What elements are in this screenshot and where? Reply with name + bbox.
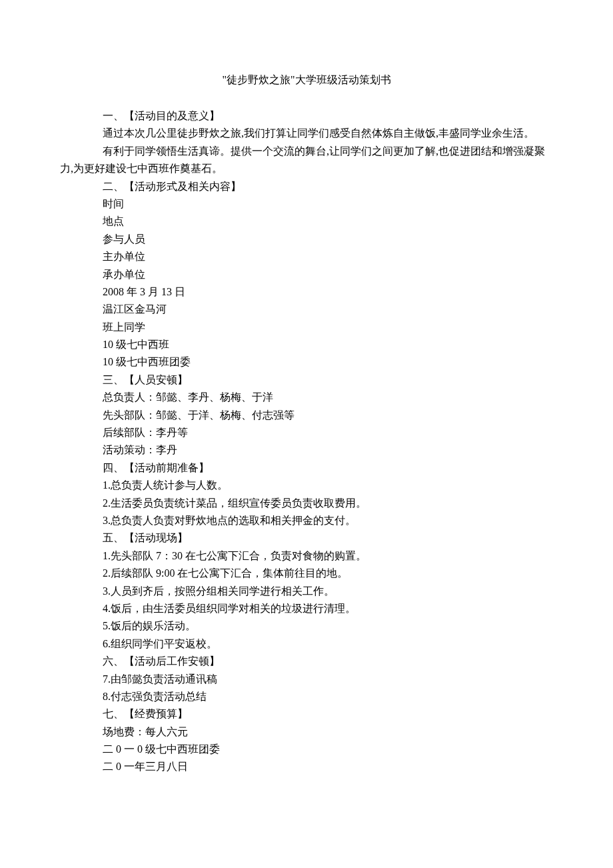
- list-item: 3.总负责人负责对野炊地点的选取和相关押金的支付。: [103, 512, 553, 529]
- section-postwork: 六、【活动后工作安顿】 7.由邹懿负责活动通讯稿 8.付志强负责活动总结: [60, 653, 553, 705]
- document-title: "徒步野炊之旅"大学班级活动策划书: [60, 73, 553, 87]
- field-value: 班上同学: [103, 319, 553, 336]
- section-budget: 七、【经费预算】 场地费：每人六元 二 0 一 0 级七中西班团委 二 0 一年…: [60, 705, 553, 776]
- list-item: 7.由邹懿负责活动通讯稿: [103, 671, 553, 688]
- signature-line: 二 0 一 0 级七中西班团委: [103, 741, 553, 758]
- section-format: 二、【活动形式及相关内容】 时间 地点 参与人员 主办单位 承办单位 2008 …: [60, 178, 553, 371]
- section-purpose: 一、【活动目的及意义】 通过本次几公里徒步野炊之旅,我们打算让同学们感受自然体炼…: [60, 107, 553, 178]
- list-item: 总负责人：邹懿、李丹、杨梅、于洋: [103, 389, 553, 406]
- section-heading: 三、【人员安顿】: [103, 371, 553, 389]
- list-item: 6.组织同学们平安返校。: [103, 635, 553, 653]
- section-heading: 七、【经费预算】: [103, 705, 553, 723]
- field-label: 地点: [103, 213, 553, 230]
- field-label: 时间: [103, 195, 553, 213]
- document-page: "徒步野炊之旅"大学班级活动策划书 一、【活动目的及意义】 通过本次几公里徒步野…: [0, 0, 613, 816]
- section-heading: 一、【活动目的及意义】: [60, 107, 553, 125]
- field-label: 参与人员: [103, 231, 553, 248]
- field-label: 主办单位: [103, 248, 553, 265]
- body-paragraph: 通过本次几公里徒步野炊之旅,我们打算让同学们感受自然体炼自主做饭,丰盛同学业余生…: [60, 125, 553, 142]
- list-item: 4.饭后，由生活委员组织同学对相关的垃圾进行清理。: [103, 600, 553, 617]
- field-value: 10 级七中西班: [103, 336, 553, 353]
- list-item: 3.人员到齐后，按照分组相关同学进行相关工作。: [103, 583, 553, 600]
- section-heading: 五、【活动现场】: [103, 529, 553, 547]
- date-line: 二 0 一年三月八日: [103, 758, 553, 775]
- list-item: 2.生活委员负责统计菜品，组织宣传委员负责收取费用。: [103, 495, 553, 512]
- section-personnel: 三、【人员安顿】 总负责人：邹懿、李丹、杨梅、于洋 先头部队：邹懿、于洋、杨梅、…: [60, 371, 553, 459]
- field-label: 承办单位: [103, 266, 553, 283]
- list-item: 1.先头部队 7：30 在七公寓下汇合，负责对食物的购置。: [103, 547, 553, 565]
- list-item: 2.后续部队 9:00 在七公寓下汇合，集体前往目的地。: [103, 565, 553, 582]
- section-heading: 四、【活动前期准备】: [103, 459, 553, 477]
- section-heading: 六、【活动后工作安顿】: [103, 653, 553, 670]
- field-value: 10 级七中西班团委: [103, 353, 553, 371]
- field-value: 2008 年 3 月 13 日: [103, 283, 553, 301]
- list-item: 8.付志强负责活动总结: [103, 688, 553, 705]
- section-onsite: 五、【活动现场】 1.先头部队 7：30 在七公寓下汇合，负责对食物的购置。 2…: [60, 529, 553, 653]
- list-item: 先头部队：邹懿、于洋、杨梅、付志强等: [103, 407, 553, 424]
- list-item: 场地费：每人六元: [103, 723, 553, 741]
- list-item: 活动策动：李丹: [103, 441, 553, 459]
- section-preparation: 四、【活动前期准备】 1.总负责人统计参与人数。 2.生活委员负责统计菜品，组织…: [60, 459, 553, 530]
- field-value: 温江区金马河: [103, 301, 553, 318]
- list-item: 1.总负责人统计参与人数。: [103, 477, 553, 494]
- list-item: 5.饭后的娱乐活动。: [103, 617, 553, 635]
- list-item: 后续部队：李丹等: [103, 424, 553, 441]
- section-heading: 二、【活动形式及相关内容】: [103, 178, 553, 195]
- body-paragraph: 有利于同学领悟生活真谛。提供一个交流的舞台,让同学们之间更加了解,也促进团结和增…: [60, 143, 553, 178]
